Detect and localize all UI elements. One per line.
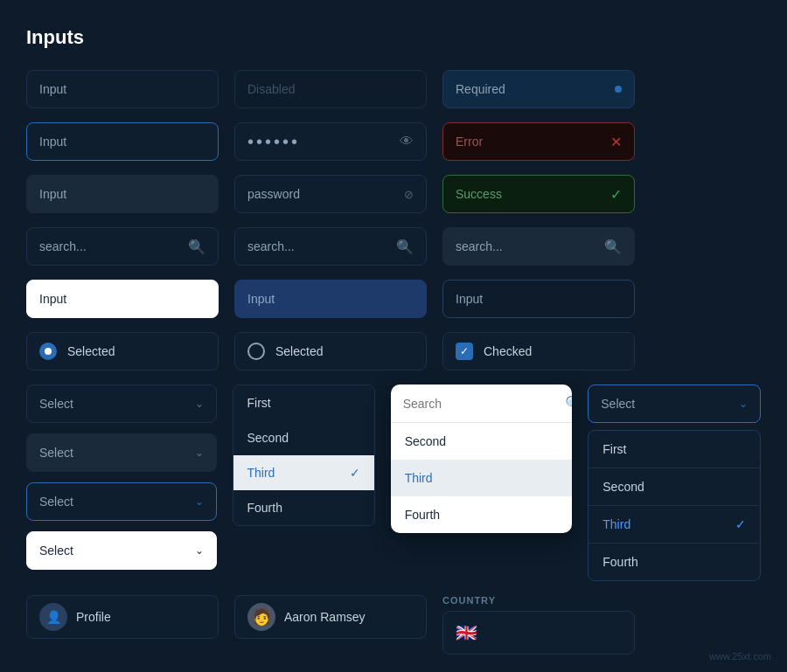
user-avatar: 🧑 (247, 603, 275, 631)
dropdown-item-first[interactable]: First (233, 385, 374, 420)
input-success[interactable]: Success ✓ (442, 175, 635, 213)
eye-off-icon[interactable]: ⊘ (404, 188, 414, 201)
dropdown-item-second[interactable]: Second (233, 420, 374, 455)
check-icon: ✓ (350, 466, 360, 480)
chevron-down-icon: ⌄ (195, 544, 204, 557)
select-active-3[interactable]: Select ⌄ (26, 482, 217, 521)
watermark: www.25xt.com (709, 651, 771, 662)
error-icon: ✕ (610, 134, 622, 150)
select-right-trigger[interactable]: Select ⌄ (588, 384, 761, 423)
search-dropdown: 🔍 Second Third Fourth (391, 384, 573, 533)
country-input[interactable]: 🇬🇧 (442, 611, 635, 655)
search-item-third[interactable]: Third (391, 460, 573, 496)
inputs-grid: Input Disabled Required Input •••••• 👁 E… (26, 70, 761, 371)
profile-card[interactable]: 👤 Profile (26, 595, 219, 639)
page-title: Inputs (26, 26, 761, 49)
right-item-second[interactable]: Second (589, 468, 760, 506)
input-error[interactable]: Error ✕ (442, 122, 635, 161)
flag-icon: 🇬🇧 (456, 622, 477, 643)
right-item-third[interactable]: Third ✓ (589, 506, 760, 544)
select-right-section: Select ⌄ First Second Third ✓ Fourth (588, 384, 761, 581)
checkbox-row[interactable]: ✓ Checked (442, 332, 635, 371)
input-outline[interactable]: Input (442, 280, 635, 318)
chevron-down-icon: ⌄ (195, 398, 204, 410)
chevron-down-icon: ⌄ (739, 398, 748, 410)
input-white[interactable]: Input (26, 280, 219, 318)
search-input[interactable] (403, 397, 556, 411)
radio-unselected-row[interactable]: Selected (234, 332, 427, 371)
search-icon: 🔍 (396, 239, 414, 255)
right-item-first[interactable]: First (589, 431, 760, 468)
avatar: 👤 (39, 603, 67, 631)
success-icon: ✓ (610, 186, 622, 203)
search-icon: 🔍 (565, 395, 573, 412)
required-dot (615, 86, 622, 93)
radio-empty[interactable] (247, 343, 265, 360)
search-item-fourth[interactable]: Fourth (391, 496, 573, 533)
input-search-2[interactable]: search... 🔍 (234, 227, 427, 266)
input-blue[interactable]: Input (234, 280, 427, 318)
dropdown-item-fourth[interactable]: Fourth (233, 490, 374, 525)
input-search-1[interactable]: search... 🔍 (26, 227, 219, 266)
user-card[interactable]: 🧑 Aaron Ramsey (234, 595, 427, 639)
select-filled-2[interactable]: Select ⌄ (26, 433, 217, 472)
check-icon: ✓ (735, 517, 746, 531)
search-icon: 🔍 (604, 239, 622, 255)
input-password-visible[interactable]: password ⊘ (234, 175, 427, 213)
search-bar: 🔍 (391, 384, 573, 423)
input-required[interactable]: Required (442, 70, 635, 108)
right-dropdown: First Second Third ✓ Fourth (588, 430, 761, 581)
radio-filled[interactable] (39, 343, 57, 360)
input-filled[interactable]: Input (26, 175, 219, 213)
right-item-fourth[interactable]: Fourth (589, 544, 760, 580)
select-default-1[interactable]: Select ⌄ (26, 384, 217, 423)
eye-icon[interactable]: 👁 (400, 134, 414, 149)
checkbox[interactable]: ✓ (456, 343, 473, 360)
radio-selected-row[interactable]: Selected (26, 332, 219, 371)
search-icon: 🔍 (188, 239, 205, 255)
select-white-4[interactable]: Select ⌄ (26, 531, 217, 570)
input-search-3[interactable]: search... 🔍 (442, 227, 635, 266)
bottom-row: 👤 Profile 🧑 Aaron Ramsey COUNTRY 🇬🇧 (26, 595, 761, 655)
input-password[interactable]: •••••• 👁 (234, 122, 427, 161)
dropdown-middle: First Second Third ✓ Fourth (233, 384, 375, 526)
search-item-second[interactable]: Second (391, 423, 573, 460)
country-section: COUNTRY 🇬🇧 (442, 595, 635, 655)
input-active[interactable]: Input (26, 122, 219, 161)
chevron-down-icon: ⌄ (195, 495, 204, 508)
input-disabled: Disabled (234, 70, 427, 108)
chevron-down-icon: ⌄ (195, 447, 204, 459)
select-column-left: Select ⌄ Select ⌄ Select ⌄ Select ⌄ (26, 384, 217, 570)
dropdown-item-third[interactable]: Third ✓ (233, 455, 374, 490)
input-default[interactable]: Input (26, 70, 219, 108)
